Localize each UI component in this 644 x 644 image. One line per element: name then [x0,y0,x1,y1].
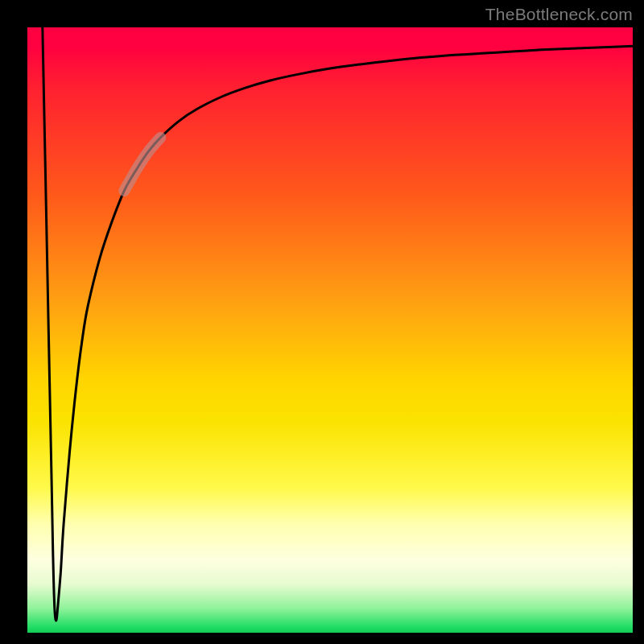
curve-layer [27,27,633,633]
chart-frame: TheBottleneck.com [0,0,644,644]
plot-area [27,27,633,633]
watermark-text: TheBottleneck.com [485,5,633,24]
curve-highlight-segment [124,138,160,191]
bottleneck-curve-path [43,27,633,621]
